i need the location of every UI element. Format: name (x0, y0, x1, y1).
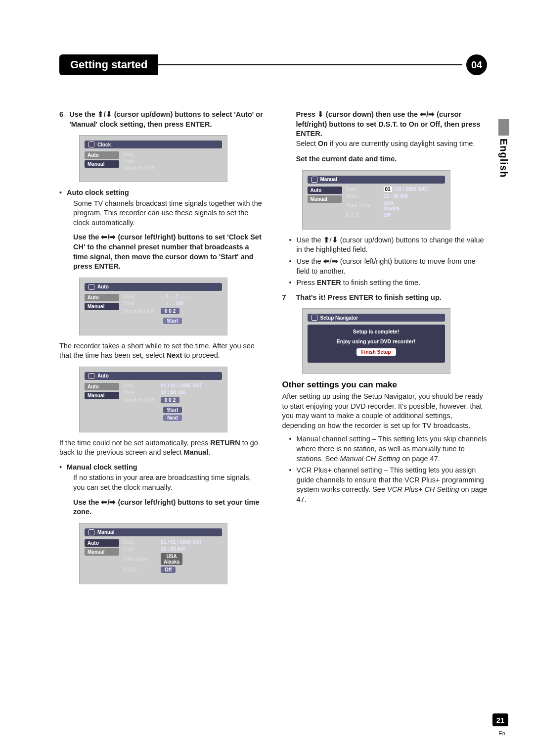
di-a: Press (296, 110, 318, 118)
manual-head: Manual clock setting (67, 463, 137, 472)
osd-manual-tz: Manual Auto Manual Date01 / 01 / 2005 SA… (79, 523, 227, 584)
osd-item-manual: Manual (85, 548, 119, 556)
osd-auto1-title: Auto (97, 284, 109, 289)
arrow-left-icon: ⬅ (101, 498, 107, 506)
tip3-b: to finish setting the time. (341, 279, 420, 286)
f-dst: D.S.T. (123, 567, 157, 572)
arrow-right-icon: ➡ (109, 498, 116, 506)
f-time: Time (123, 390, 157, 395)
tip-3: Press ENTER to finish setting the time. (289, 278, 488, 288)
osd-icon (89, 284, 94, 290)
bullet-icon (59, 463, 62, 472)
page-lang-abbr: En (499, 730, 505, 736)
step-7-number: 7 (282, 293, 291, 303)
db-a: Select (296, 140, 318, 147)
osd-manual-date: Manual Auto Manual Date 01 / 01 / 2005 S… (302, 170, 450, 230)
arrow-left-icon: ⬅ (420, 110, 426, 118)
db-on: On (318, 140, 328, 147)
v-dst: Off (384, 213, 391, 218)
f-date: Date (123, 294, 157, 299)
v-csc: 0 0 2 (161, 308, 179, 314)
chapter-number-badge: 04 (466, 54, 487, 75)
chapter-header: Getting started 04 (59, 54, 487, 75)
v-dst: Off (161, 567, 176, 573)
v-date: 01 / 01 / 2005 SAT (161, 539, 202, 545)
osd-item-manual: Manual (308, 195, 342, 203)
osd-clock-title: Clock (85, 141, 222, 148)
osd-item-manual: Manual (85, 303, 119, 310)
bullet-icon (59, 188, 62, 198)
language-tab: English (498, 119, 509, 178)
tz-alaska: Alaska (384, 206, 400, 211)
v-time: 12 : 00 AM (384, 193, 408, 199)
osd-finish: Setup Navigator Setup is complete! Enjoy… (302, 308, 450, 374)
osd-auto-start: Auto Auto Manual Date- - / - - / - - - -… (79, 278, 227, 335)
osd-clock-leftlist: Auto Manual (85, 151, 119, 171)
osd-start-button: Start (163, 407, 182, 413)
f-date: Date (123, 383, 157, 388)
osd-clock-title-text: Clock (97, 142, 111, 147)
af-e: . (208, 448, 210, 456)
v-date: 01 / 01 / 2005 SAT (384, 187, 428, 192)
arrow-down-icon: ⬇ (106, 110, 112, 118)
auto-instr-a: Use the (73, 233, 101, 241)
header-rule (158, 64, 462, 65)
f-time: Time (123, 301, 157, 306)
finish-line2: Enjoy using your DVD recorder! (337, 338, 415, 344)
af-manual: Manual (183, 448, 208, 456)
osd-auto2-title: Auto (97, 373, 109, 378)
f-clocksetch: Clock Set CH (123, 165, 157, 171)
auto-clock-body: Some TV channels broadcast time signals … (73, 199, 265, 228)
osd-next-button: Next (163, 415, 182, 421)
oi1-ital: Manual CH Setting (340, 455, 400, 463)
f-csc: Clock Set CH (123, 308, 157, 314)
finish-setup-button: Finish Setup (356, 348, 396, 356)
osd-finish-title: Setup Navigator (320, 315, 358, 321)
f-date: Date (123, 539, 157, 545)
tz-usa: USA (384, 200, 400, 206)
auto-after-c: to proceed. (182, 351, 220, 359)
dst-instr: Press ⬇ (cursor down) then use the ⬅/➡ (… (296, 110, 488, 139)
f-date: Date (346, 187, 380, 192)
v-date: - - / - - / - - - - (161, 294, 189, 299)
osd-item-manual: Manual (85, 160, 119, 168)
arrow-right-icon: ➡ (332, 257, 338, 265)
other-item-2: VCR Plus+ channel setting – This setting… (289, 466, 488, 504)
step-6-text-a: Use the (69, 110, 97, 118)
v-time: 12 : 00 AM (161, 390, 185, 395)
arrow-right-icon: ➡ (109, 233, 116, 241)
f-csc: Clock Set CH (123, 397, 157, 403)
osd-icon (312, 177, 317, 183)
osd-item-auto: Auto (85, 539, 119, 547)
v-time: - - : - - AM (161, 301, 183, 306)
f-time: Time (123, 546, 157, 552)
chapter-title: Getting started (59, 54, 158, 75)
triangle-left-icon (156, 556, 160, 560)
auto-clock-instr: Use the ⬅/➡ (cursor left/right) buttons … (73, 233, 265, 271)
osd-item-manual: Manual (85, 392, 119, 399)
osd-item-auto: Auto (85, 294, 119, 301)
manual-body: If no stations in your area are broadcas… (73, 473, 265, 492)
right-column: Press ⬇ (cursor down) then use the ⬅/➡ (… (282, 110, 488, 590)
page-number-badge: 21 (492, 713, 508, 726)
auto-after-next: Next (167, 351, 182, 359)
osd-clock: Clock Auto Manual Date Time Clock Set CH (79, 135, 227, 182)
bullet-icon (289, 257, 292, 276)
tz-selector: USA Alaska (161, 553, 182, 565)
f-tz: Time Zone (346, 203, 380, 208)
manual-clock-bullet: Manual clock setting (59, 463, 265, 472)
osd-auto-next: Auto Auto Manual Date01 / 01 / 2005 SAT … (79, 367, 227, 432)
osd-item-auto: Auto (85, 383, 119, 390)
af-a: If the time could not be set automatical… (59, 439, 210, 447)
oi2-ital: VCR Plus+ CH Setting (387, 485, 459, 493)
tip-2: Use the ⬅/➡ (cursor left/right) buttons … (289, 257, 488, 276)
dst-body: Select On if you are currently using day… (296, 139, 488, 149)
arrow-left-icon: ⬅ (101, 233, 107, 241)
auto-after-a: The recorder takes a short while to set … (59, 342, 255, 360)
date-highlight: 01 (384, 187, 392, 192)
step-6-text: Use the ⬆/⬇ (cursor up/down) buttons to … (69, 110, 264, 129)
tip3-enter: ENTER (317, 279, 341, 286)
bullet-icon (289, 466, 292, 504)
osd-icon (89, 373, 94, 379)
tip3-a: Press (297, 279, 317, 286)
